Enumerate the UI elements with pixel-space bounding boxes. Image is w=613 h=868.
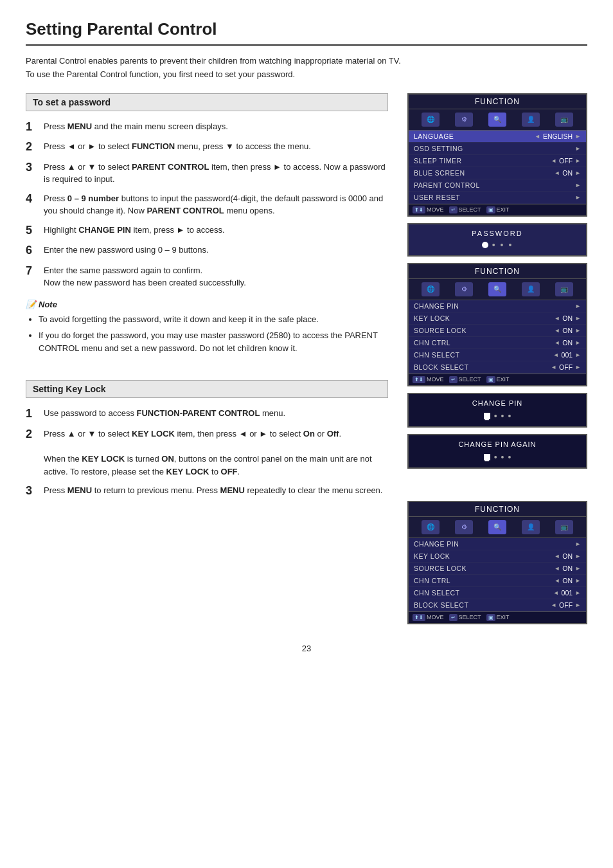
menu1-header: FUNCTION — [409, 95, 586, 109]
menu2-footer: ⬆⬇ MOVE ↵ SELECT ▣ EXIT — [409, 374, 586, 385]
menu3-row-sourcelock: SOURCE LOCK ◄ ON ► — [409, 563, 586, 575]
pwd-sep-1: • — [492, 240, 497, 250]
password-dots: • • • — [414, 240, 581, 250]
icon-user: 👤 — [522, 113, 540, 127]
select-btn3: ↵ SELECT — [449, 614, 481, 621]
menu1-row-language: LANGUAGE ◄ ENGLISH ► — [409, 131, 586, 143]
step-4: 4 Press 0 – 9 number buttons to input th… — [26, 192, 388, 217]
menu3-rows: CHANGE PIN ► KEY LOCK ◄ ON ► SOURCE LOCK… — [409, 538, 586, 611]
menu3-row-keylock: KEY LOCK ◄ ON ► — [409, 550, 586, 563]
pwd-dot-1 — [482, 242, 488, 248]
menu2-row-changepin: CHANGE PIN ► — [409, 300, 586, 312]
tv-menu-2: FUNCTION 🌐 ⚙ 🔍 👤 📺 CHANGE PIN ► KEY LOCK… — [407, 263, 587, 386]
change-pin-title: CHANGE PIN — [415, 399, 580, 407]
menu2-row-sourcelock: SOURCE LOCK ◄ ON ► — [409, 325, 586, 337]
step-7: 7 Enter the same password again to confi… — [26, 264, 388, 289]
cp-sep-1: • — [494, 411, 497, 421]
icon3-search: 🔍 — [488, 520, 506, 534]
menu3-row-blockselect: BLOCK SELECT ◄ OFF ► — [409, 599, 586, 611]
cpa-sep-3: • — [508, 452, 511, 462]
icon-search: 🔍 — [488, 113, 506, 127]
menu3-row-changepin: CHANGE PIN ► — [409, 538, 586, 550]
step-1: 1 Press MENU and the main menu screen di… — [26, 120, 388, 134]
section2-title: Setting Key Lock — [26, 380, 388, 398]
menu1-row-blue: BLUE SCREEN ◄ ON ► — [409, 167, 586, 179]
menu1-row-reset: USER RESET ► — [409, 192, 586, 204]
menu1-footer: ⬆⬇ MOVE ↵ SELECT ▣ EXIT — [409, 204, 586, 215]
password-display: PASSWORD • • • — [407, 223, 587, 257]
icon3-globe: 🌐 — [422, 520, 440, 534]
steps-list: 1 Press MENU and the main menu screen di… — [26, 120, 388, 289]
step-5: 5 Highlight CHANGE PIN item, press ► to … — [26, 224, 388, 238]
password-label: PASSWORD — [414, 230, 581, 237]
cp-sep-3: • — [508, 411, 511, 421]
menu2-header: FUNCTION — [409, 264, 586, 279]
step2-2: 2 Press ▲ or ▼ to select KEY LOCK item, … — [26, 428, 388, 478]
menu3-row-chnselect: CHN SELECT ◄ 001 ► — [409, 587, 586, 599]
select-btn2: ↵ SELECT — [449, 376, 481, 383]
step2-3: 3 Press MENU to return to previous menu.… — [26, 484, 388, 498]
page-number: 23 — [26, 644, 587, 653]
menu2-row-keylock: KEY LOCK ◄ ON ► — [409, 312, 586, 325]
change-pin-box: CHANGE PIN ■ • • • — [407, 393, 587, 428]
pwd-sep-2: • — [501, 240, 505, 250]
menu2-icons: 🌐 ⚙ 🔍 👤 📺 — [409, 279, 586, 300]
cpa-sep-1: • — [494, 452, 497, 462]
step2-1: 1 Use password to access FUNCTION-PARENT… — [26, 407, 388, 421]
menu2-row-chnselect: CHN SELECT ◄ 001 ► — [409, 349, 586, 361]
menu3-icons: 🌐 ⚙ 🔍 👤 📺 — [409, 517, 586, 538]
pwd-sep-3: • — [508, 240, 513, 250]
step-6: 6 Enter the new password using 0 – 9 but… — [26, 244, 388, 258]
note-item-1: To avoid forgetting the password, write … — [39, 313, 388, 326]
note-box: 📝 Note To avoid forgetting the password,… — [26, 300, 388, 355]
menu2-row-chnctrl: CHN CTRL ◄ ON ► — [409, 337, 586, 349]
change-pin-again-dots: ■ • • • — [415, 452, 580, 462]
note-icon: 📝 — [26, 300, 36, 309]
section2-steps: 1 Use password to access FUNCTION-PARENT… — [26, 407, 388, 498]
icon2-user: 👤 — [522, 282, 540, 296]
change-pin-again-box: CHANGE PIN AGAIN ■ • • • — [407, 434, 587, 469]
change-pin-dots: ■ • • • — [415, 411, 580, 421]
menu1-row-sleep: SLEEP TIMER ◄ OFF ► — [409, 155, 586, 167]
step-2: 2 Press ◄ or ► to select FUNCTION menu, … — [26, 140, 388, 154]
section2: Setting Key Lock 1 Use password to acces… — [26, 380, 388, 498]
page-title: Setting Parental Control — [26, 19, 587, 46]
menu1-row-osd: OSD SETTING ► — [409, 143, 586, 155]
tv-menu-1: FUNCTION 🌐 ⚙ 🔍 👤 📺 LANGUAGE ◄ ENGLISH ► … — [407, 93, 587, 217]
icon-screen: 📺 — [555, 113, 573, 127]
move-btn3: ⬆⬇ MOVE — [413, 614, 444, 621]
menu3-row-chnctrl: CHN CTRL ◄ ON ► — [409, 575, 586, 587]
icon3-screen: 📺 — [555, 520, 573, 534]
change-pin-again-title: CHANGE PIN AGAIN — [415, 440, 580, 448]
menu1-rows: LANGUAGE ◄ ENGLISH ► OSD SETTING ► SLEEP… — [409, 131, 586, 204]
spacer — [407, 475, 587, 501]
icon-globe: 🌐 — [422, 113, 440, 127]
menu1-row-parent: PARENT CONTROL ► — [409, 179, 586, 192]
menu2-rows: CHANGE PIN ► KEY LOCK ◄ ON ► SOURCE LOCK… — [409, 300, 586, 374]
tv-menu-3: FUNCTION 🌐 ⚙ 🔍 👤 📺 CHANGE PIN ► KEY LOCK… — [407, 501, 587, 624]
icon3-settings: ⚙ — [455, 520, 473, 534]
note-title: 📝 Note — [26, 300, 388, 309]
icon2-search: 🔍 — [488, 282, 506, 296]
menu3-footer: ⬆⬇ MOVE ↵ SELECT ▣ EXIT — [409, 611, 586, 623]
note-list: To avoid forgetting the password, write … — [26, 313, 388, 355]
cpa-sep-2: • — [501, 452, 504, 462]
menu3-header: FUNCTION — [409, 502, 586, 517]
cp-sep-2: • — [501, 411, 504, 421]
main-layout: To set a password 1 Press MENU and the m… — [26, 93, 587, 631]
select-btn: ↵ SELECT — [449, 206, 481, 213]
exit-btn3: ▣ EXIT — [486, 614, 510, 621]
intro-text: Parental Control enables parents to prev… — [26, 55, 587, 82]
exit-btn2: ▣ EXIT — [486, 376, 510, 383]
cpa-dot-1: ■ — [484, 454, 490, 460]
cp-dot-1: ■ — [484, 413, 490, 419]
step-3: 3 Press ▲ or ▼ to select PARENT CONTROL … — [26, 161, 388, 186]
menu1-icons: 🌐 ⚙ 🔍 👤 📺 — [409, 109, 586, 131]
move-btn2: ⬆⬇ MOVE — [413, 376, 444, 383]
icon2-globe: 🌐 — [422, 282, 440, 296]
exit-btn: ▣ EXIT — [486, 206, 510, 213]
icon2-screen: 📺 — [555, 282, 573, 296]
left-column: To set a password 1 Press MENU and the m… — [26, 93, 388, 631]
icon2-settings: ⚙ — [455, 282, 473, 296]
move-btn: ⬆⬇ MOVE — [413, 206, 444, 213]
